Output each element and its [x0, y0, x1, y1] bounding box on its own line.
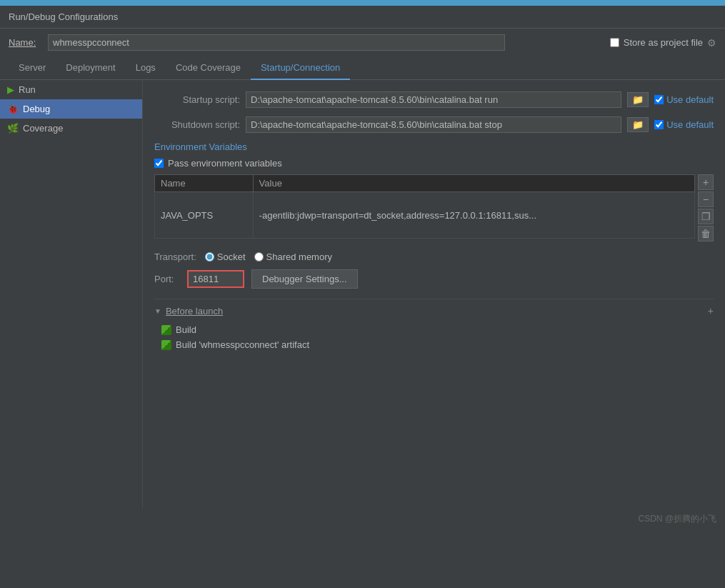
startup-use-default-label: Use default [666, 94, 714, 105]
startup-script-label: Startup script: [154, 94, 240, 105]
right-panel: Startup script: 📁 Use default Shutdown s… [143, 80, 725, 509]
debugger-settings-button[interactable]: Debugger Settings... [251, 269, 358, 289]
tab-deployment[interactable]: Deployment [56, 56, 125, 80]
col-value: Value [253, 175, 694, 192]
copy-env-button[interactable]: ❐ [698, 209, 714, 224]
socket-radio-item[interactable]: Socket [205, 251, 246, 262]
before-launch-section: ▼ Before launch + Build Build 'whmesspcc… [154, 299, 714, 352]
add-env-button[interactable]: + [698, 174, 714, 190]
pass-env-label: Pass environment variables [168, 158, 282, 169]
debug-icon: 🐞 [7, 104, 19, 114]
dialog-title-text: Run/Debug Configurations [9, 11, 118, 22]
remove-env-button[interactable]: − [698, 191, 714, 207]
store-project-label: Store as project file [624, 37, 703, 48]
shutdown-script-row: Shutdown script: 📁 Use default [154, 116, 714, 133]
socket-radio[interactable] [205, 252, 214, 261]
shutdown-script-label: Shutdown script: [154, 119, 240, 130]
mode-coverage[interactable]: 🌿 Coverage [0, 119, 142, 138]
tab-server[interactable]: Server [9, 56, 56, 80]
build-item-0[interactable]: Build [154, 322, 714, 337]
env-table: Name Value JAVA_OPTS -agentlib:jdwp=tran… [154, 174, 695, 239]
table-row[interactable]: JAVA_OPTS -agentlib:jdwp=transport=dt_so… [155, 192, 695, 239]
pass-env-checkbox[interactable] [154, 159, 164, 168]
col-name: Name [155, 175, 254, 192]
socket-label: Socket [217, 251, 246, 262]
mode-run-label: Run [19, 84, 36, 95]
table-actions: + − ❐ 🗑 [698, 174, 714, 241]
port-row: Port: Debugger Settings... [154, 269, 714, 289]
env-table-wrapper: Name Value JAVA_OPTS -agentlib:jdwp=tran… [154, 174, 714, 241]
shared-memory-radio[interactable] [254, 252, 264, 261]
title-bar [0, 0, 725, 6]
coverage-icon: 🌿 [7, 123, 19, 134]
env-value-cell: -agentlib:jdwp=transport=dt_socket,addre… [253, 192, 694, 239]
startup-use-default: Use default [654, 94, 714, 105]
env-vars-section: Environment Variables Pass environment v… [154, 141, 714, 241]
port-label: Port: [154, 274, 180, 284]
build-icon-0 [161, 325, 171, 335]
pass-env-row: Pass environment variables [154, 158, 714, 169]
add-before-launch-button[interactable]: + [708, 305, 714, 317]
startup-script-input[interactable] [246, 91, 621, 108]
build-label-1: Build 'whmesspcconnect' artifact [176, 339, 309, 350]
shutdown-use-default: Use default [654, 119, 714, 130]
tabs-bar: Server Deployment Logs Code Coverage Sta… [0, 56, 725, 80]
startup-use-default-checkbox[interactable] [654, 95, 664, 104]
startup-browse-button[interactable]: 📁 [627, 92, 649, 107]
chevron-icon: ▼ [154, 307, 161, 315]
env-vars-title: Environment Variables [154, 141, 714, 152]
transport-label: Transport: [154, 251, 196, 262]
name-label: Name: [9, 37, 41, 48]
delete-env-button[interactable]: 🗑 [698, 226, 714, 241]
dialog-title: Run/Debug Configurations [0, 6, 725, 29]
mode-debug[interactable]: 🐞 Debug [0, 99, 142, 119]
transport-radio-group: Socket Shared memory [205, 251, 332, 262]
content-area: ▶ Run 🐞 Debug 🌿 Coverage Startup script:… [0, 80, 725, 509]
bottom-bar: CSDN @折腾的小飞 [0, 509, 725, 529]
before-launch-title: Before launch [166, 306, 223, 317]
tab-code-coverage[interactable]: Code Coverage [166, 56, 251, 80]
shutdown-browse-button[interactable]: 📁 [627, 117, 649, 132]
shutdown-script-input[interactable] [246, 116, 621, 133]
left-panel: ▶ Run 🐞 Debug 🌿 Coverage [0, 80, 143, 509]
shared-memory-radio-item[interactable]: Shared memory [254, 251, 332, 262]
gear-icon[interactable]: ⚙ [707, 37, 716, 49]
tab-startup-connection[interactable]: Startup/Connection [251, 56, 350, 80]
transport-row: Transport: Socket Shared memory [154, 251, 714, 262]
build-item-1[interactable]: Build 'whmesspcconnect' artifact [154, 337, 714, 352]
shutdown-use-default-checkbox[interactable] [654, 120, 664, 129]
before-launch-header[interactable]: ▼ Before launch + [154, 305, 714, 317]
port-input[interactable] [187, 270, 244, 288]
shutdown-use-default-label: Use default [666, 119, 714, 130]
tab-logs[interactable]: Logs [126, 56, 166, 80]
startup-script-row: Startup script: 📁 Use default [154, 91, 714, 108]
env-name-cell: JAVA_OPTS [155, 192, 254, 239]
build-icon-1 [161, 340, 171, 350]
watermark: CSDN @折腾的小飞 [638, 513, 716, 525]
mode-run[interactable]: ▶ Run [0, 80, 142, 99]
mode-coverage-label: Coverage [23, 123, 63, 134]
shared-memory-label: Shared memory [266, 251, 332, 262]
build-label-0: Build [176, 324, 196, 335]
store-project-checkbox[interactable] [610, 38, 619, 47]
store-project-row: Store as project file ⚙ [610, 37, 716, 49]
name-input[interactable] [48, 34, 505, 51]
mode-debug-label: Debug [23, 104, 50, 114]
run-icon: ▶ [7, 84, 14, 95]
name-row: Name: Store as project file ⚙ [0, 29, 725, 56]
